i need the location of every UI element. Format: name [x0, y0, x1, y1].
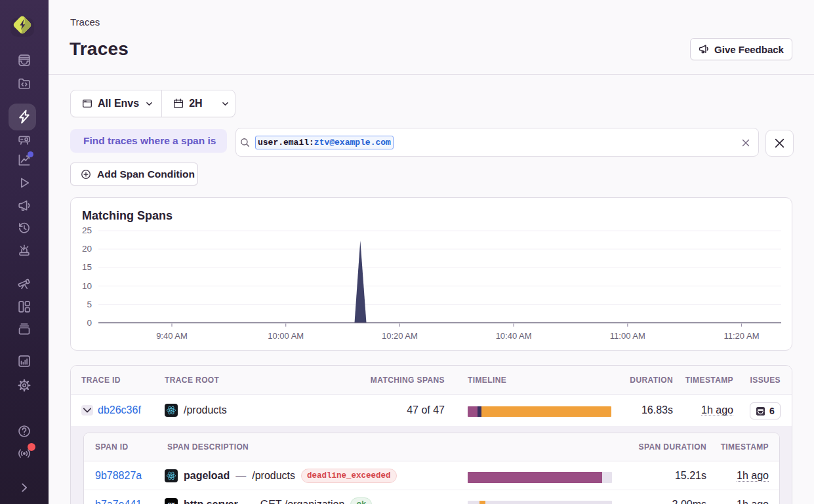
svg-text:10:00 AM: 10:00 AM	[268, 331, 304, 341]
svg-text:25: 25	[82, 225, 92, 235]
svg-text:10: 10	[82, 281, 92, 291]
svg-text:11:00 AM: 11:00 AM	[610, 331, 645, 341]
svg-text:15: 15	[82, 262, 92, 272]
svg-text:11:20 AM: 11:20 AM	[724, 331, 760, 341]
svg-text:10:20 AM: 10:20 AM	[382, 331, 418, 341]
svg-text:5: 5	[87, 300, 92, 309]
svg-text:9:40 AM: 9:40 AM	[156, 331, 188, 341]
svg-text:0: 0	[87, 318, 92, 328]
svg-text:10:40 AM: 10:40 AM	[496, 331, 532, 341]
svg-text:20: 20	[82, 244, 92, 254]
